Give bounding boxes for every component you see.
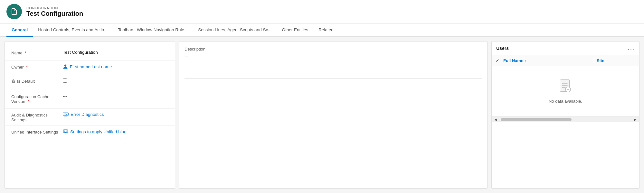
scroll-left-icon[interactable]: ◀	[493, 118, 498, 121]
users-column-headers: ✓ Full Name ↑ Site	[492, 55, 639, 66]
tab-session-lines[interactable]: Session Lines, Agent Scripts and Sc...	[193, 23, 277, 37]
no-data-area: No data available.	[492, 66, 639, 116]
user-icon	[63, 64, 68, 69]
name-required: *	[25, 51, 26, 55]
description-value: ---	[185, 54, 482, 59]
users-check-col: ✓	[496, 58, 503, 63]
name-value: Test Configuration	[63, 50, 168, 55]
audit-label: Audit & Diagnostics Settings	[11, 112, 63, 122]
nav-tabs: General Hosted Controls, Events and Acti…	[0, 23, 644, 37]
svg-rect-0	[63, 113, 69, 116]
description-divider	[185, 78, 482, 79]
svg-rect-1	[65, 116, 66, 116]
no-data-text: No data available.	[549, 99, 582, 104]
users-site-col[interactable]: Site	[597, 58, 635, 63]
svg-rect-5	[66, 131, 67, 131]
unified-value[interactable]: Settings to apply Unified blue	[63, 129, 168, 134]
lock-icon	[11, 79, 15, 83]
tab-hosted-controls[interactable]: Hosted Controls, Events and Actio...	[33, 23, 113, 37]
config-cache-label: Configuration Cache Version *	[11, 94, 63, 104]
is-default-input[interactable]	[63, 78, 67, 83]
config-cache-value: ---	[63, 94, 168, 98]
page-header: CONFIGURATION Test Configuration	[0, 0, 644, 23]
no-data-icon	[559, 79, 572, 96]
unified-row: Unified Interface Settings Settings to a…	[5, 126, 175, 140]
is-default-checkbox[interactable]	[63, 78, 168, 84]
owner-label: Owner *	[11, 64, 63, 70]
description-panel: Description ---	[179, 41, 488, 189]
users-header: Users ...	[492, 42, 639, 55]
fullname-sort-icon: ↑	[525, 59, 526, 62]
users-panel: Users ... ✓ Full Name ↑ Site N	[491, 41, 639, 189]
svg-rect-4	[64, 131, 65, 132]
scrollbar-area[interactable]: ◀ ▶	[492, 116, 639, 122]
header-text-block: CONFIGURATION Test Configuration	[26, 6, 83, 17]
name-label: Name *	[11, 50, 63, 55]
users-more-button[interactable]: ...	[628, 45, 635, 51]
tab-general[interactable]: General	[6, 23, 33, 37]
col-divider	[594, 58, 594, 63]
main-content: Name * Test Configuration Owner * First …	[0, 37, 644, 193]
tab-toolbars[interactable]: Toolbars, Window Navigation Rule...	[113, 23, 193, 37]
owner-required: *	[26, 65, 28, 70]
audit-row: Audit & Diagnostics Settings Error Diagn…	[5, 109, 175, 126]
is-default-row: Is Default	[5, 75, 175, 89]
users-title: Users	[496, 46, 509, 51]
form-panel: Name * Test Configuration Owner * First …	[5, 41, 175, 189]
page-title: Test Configuration	[26, 10, 83, 17]
description-label: Description	[185, 47, 482, 51]
svg-rect-3	[63, 130, 68, 133]
config-svg-icon	[10, 8, 18, 15]
name-row: Name * Test Configuration	[5, 47, 175, 61]
svg-rect-2	[64, 116, 67, 116]
audit-value[interactable]: Error Diagnostics	[63, 112, 168, 117]
owner-value[interactable]: First name Last name	[63, 64, 168, 69]
diagnostics-icon	[63, 112, 69, 117]
config-cache-row: Configuration Cache Version * ---	[5, 89, 175, 109]
no-data-svg-icon	[559, 79, 572, 93]
config-cache-required: *	[28, 99, 29, 104]
page-sub-label: CONFIGURATION	[26, 6, 83, 10]
scroll-right-icon[interactable]: ▶	[633, 118, 638, 121]
unified-icon	[63, 129, 68, 134]
tab-related[interactable]: Related	[313, 23, 339, 37]
config-icon	[6, 4, 22, 19]
tab-other-entities[interactable]: Other Entities	[277, 23, 313, 37]
scrollbar-thumb[interactable]	[501, 118, 572, 121]
unified-label: Unified Interface Settings	[11, 129, 63, 135]
is-default-label: Is Default	[11, 78, 63, 84]
owner-row: Owner * First name Last name	[5, 61, 175, 75]
users-fullname-col[interactable]: Full Name ↑	[503, 58, 594, 63]
svg-rect-6	[66, 131, 67, 132]
